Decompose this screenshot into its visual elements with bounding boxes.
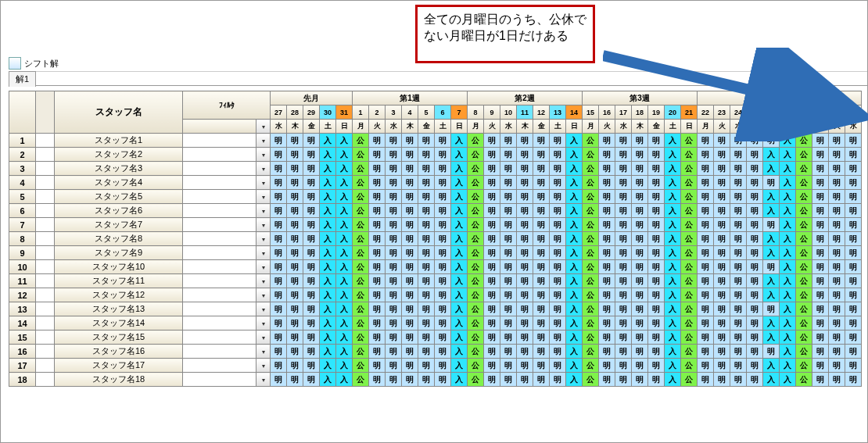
- shift-cell[interactable]: 公: [583, 148, 599, 162]
- staff-name-cell[interactable]: スタッフ名13: [55, 302, 183, 316]
- row-filter-dropdown[interactable]: [256, 204, 271, 218]
- shift-cell[interactable]: 明: [287, 148, 303, 162]
- shift-cell[interactable]: 明: [632, 190, 648, 204]
- shift-cell[interactable]: 入: [763, 373, 780, 387]
- shift-cell[interactable]: 公: [583, 218, 599, 232]
- shift-cell[interactable]: 明: [550, 260, 566, 274]
- shift-cell[interactable]: 明: [418, 345, 435, 359]
- row-index[interactable]: 3: [9, 162, 36, 176]
- staff-name-cell[interactable]: スタッフ名10: [55, 260, 183, 274]
- shift-cell[interactable]: 明: [845, 176, 862, 190]
- shift-cell[interactable]: 明: [829, 359, 845, 373]
- shift-cell[interactable]: 明: [648, 345, 665, 359]
- shift-cell[interactable]: 公: [353, 190, 369, 204]
- shift-cell[interactable]: 明: [402, 330, 418, 345]
- day-number-header[interactable]: 10: [500, 105, 517, 120]
- day-number-header[interactable]: 5: [418, 105, 435, 120]
- shift-cell[interactable]: 明: [500, 134, 517, 148]
- day-number-header[interactable]: 9: [484, 105, 500, 120]
- shift-cell[interactable]: 明: [484, 176, 500, 190]
- shift-cell[interactable]: 明: [550, 190, 566, 204]
- shift-cell[interactable]: 明: [648, 176, 665, 190]
- shift-cell[interactable]: 明: [550, 345, 566, 359]
- shift-cell[interactable]: 明: [271, 204, 287, 218]
- shift-cell[interactable]: 明: [369, 148, 386, 162]
- shift-cell[interactable]: 明: [517, 359, 533, 373]
- shift-cell[interactable]: 明: [829, 260, 845, 274]
- day-number-header[interactable]: 27: [271, 105, 287, 120]
- shift-cell[interactable]: 明: [714, 359, 730, 373]
- shift-cell[interactable]: 明: [615, 359, 632, 373]
- shift-cell[interactable]: 明: [550, 288, 566, 302]
- shift-cell[interactable]: 入: [780, 176, 796, 190]
- shift-cell[interactable]: 公: [681, 373, 698, 387]
- shift-cell[interactable]: 明: [500, 232, 517, 246]
- shift-cell[interactable]: 明: [303, 218, 320, 232]
- shift-cell[interactable]: 公: [796, 190, 812, 204]
- shift-cell[interactable]: 明: [533, 190, 550, 204]
- shift-cell[interactable]: 公: [681, 162, 698, 176]
- shift-cell[interactable]: 明: [369, 190, 386, 204]
- shift-cell[interactable]: 明: [730, 288, 747, 302]
- row-filter-dropdown[interactable]: [256, 232, 271, 246]
- shift-cell[interactable]: 公: [353, 232, 369, 246]
- shift-cell[interactable]: 公: [353, 274, 369, 288]
- shift-cell[interactable]: 明: [747, 288, 763, 302]
- shift-cell[interactable]: 入: [665, 218, 681, 232]
- shift-cell[interactable]: 公: [681, 288, 698, 302]
- shift-cell[interactable]: 明: [271, 359, 287, 373]
- shift-cell[interactable]: 明: [484, 330, 500, 345]
- shift-cell[interactable]: 明: [303, 345, 320, 359]
- shift-cell[interactable]: 明: [418, 246, 435, 260]
- shift-cell[interactable]: 公: [796, 359, 812, 373]
- shift-cell[interactable]: 明: [517, 316, 533, 330]
- shift-cell[interactable]: 入: [780, 204, 796, 218]
- shift-cell[interactable]: 明: [386, 134, 402, 148]
- shift-cell[interactable]: 入: [780, 260, 796, 274]
- shift-cell[interactable]: 入: [320, 345, 336, 359]
- row-filter-dropdown[interactable]: [256, 162, 271, 176]
- shift-cell[interactable]: 入: [566, 260, 583, 274]
- shift-cell[interactable]: 明: [698, 345, 714, 359]
- shift-cell[interactable]: 入: [336, 204, 353, 218]
- day-number-header[interactable]: 29: [303, 105, 320, 120]
- shift-cell[interactable]: 明: [402, 260, 418, 274]
- shift-cell[interactable]: 入: [320, 190, 336, 204]
- shift-cell[interactable]: 明: [303, 190, 320, 204]
- filter-dropdown[interactable]: [256, 120, 271, 134]
- shift-cell[interactable]: 明: [517, 260, 533, 274]
- shift-cell[interactable]: 明: [812, 260, 829, 274]
- shift-cell[interactable]: 明: [533, 246, 550, 260]
- shift-cell[interactable]: 公: [468, 204, 484, 218]
- shift-cell[interactable]: 明: [845, 288, 862, 302]
- shift-cell[interactable]: 明: [287, 176, 303, 190]
- shift-cell[interactable]: 明: [435, 148, 451, 162]
- shift-cell[interactable]: 公: [796, 373, 812, 387]
- shift-cell[interactable]: 明: [435, 134, 451, 148]
- shift-cell[interactable]: 明: [845, 330, 862, 345]
- shift-cell[interactable]: 明: [615, 260, 632, 274]
- shift-cell[interactable]: 明: [386, 274, 402, 288]
- day-number-header[interactable]: 8: [468, 105, 484, 120]
- shift-cell[interactable]: 明: [599, 148, 615, 162]
- shift-cell[interactable]: 明: [369, 176, 386, 190]
- shift-cell[interactable]: 明: [615, 148, 632, 162]
- shift-cell[interactable]: 明: [550, 302, 566, 316]
- shift-cell[interactable]: 公: [353, 316, 369, 330]
- shift-cell[interactable]: 公: [796, 176, 812, 190]
- shift-cell[interactable]: 入: [665, 232, 681, 246]
- shift-cell[interactable]: 明: [271, 260, 287, 274]
- shift-cell[interactable]: 明: [812, 373, 829, 387]
- shift-cell[interactable]: 明: [500, 190, 517, 204]
- shift-cell[interactable]: 入: [451, 246, 468, 260]
- shift-cell[interactable]: 明: [386, 359, 402, 373]
- shift-cell[interactable]: 明: [550, 162, 566, 176]
- row-filter-dropdown[interactable]: [256, 134, 271, 148]
- shift-cell[interactable]: 明: [747, 373, 763, 387]
- shift-cell[interactable]: 明: [386, 162, 402, 176]
- shift-cell[interactable]: 明: [730, 218, 747, 232]
- shift-cell[interactable]: 明: [648, 330, 665, 345]
- shift-cell[interactable]: 公: [681, 218, 698, 232]
- shift-cell[interactable]: 明: [698, 302, 714, 316]
- shift-cell[interactable]: 入: [763, 204, 780, 218]
